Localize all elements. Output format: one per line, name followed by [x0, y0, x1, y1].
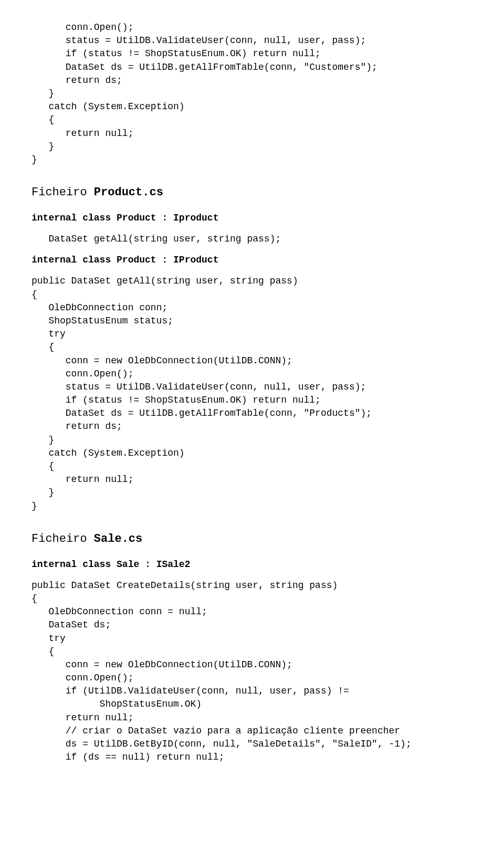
heading-filename: Product.cs: [94, 186, 163, 199]
code-block-3: public DataSet getAll(string user, strin…: [32, 275, 472, 512]
code-block-4: public DataSet CreateDetails(string user…: [32, 579, 472, 764]
class-decl-3: internal class Sale : ISale2: [32, 558, 472, 571]
heading-product: Ficheiro Product.cs: [32, 185, 472, 201]
heading-prefix-2: Ficheiro: [32, 532, 94, 545]
heading-prefix: Ficheiro: [32, 186, 94, 199]
code-block-2: DataSet getAll(string user, string pass)…: [32, 233, 472, 246]
code-block-1: conn.Open(); status = UtilDB.ValidateUse…: [32, 21, 472, 166]
heading-filename-2: Sale.cs: [94, 532, 142, 545]
class-decl-2: internal class Product : IProduct: [32, 254, 472, 267]
class-decl-1: internal class Product : Iproduct: [32, 212, 472, 225]
heading-sale: Ficheiro Sale.cs: [32, 531, 472, 548]
